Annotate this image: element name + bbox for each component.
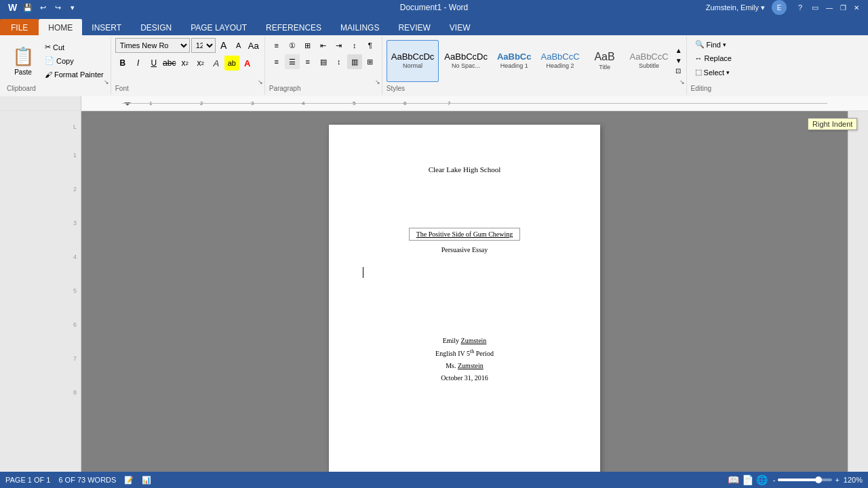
clear-formatting-button[interactable]: Aa	[247, 39, 260, 52]
font-shrink-button[interactable]: A	[232, 39, 245, 52]
zoom-percent[interactable]: 120%	[844, 476, 863, 484]
cut-button[interactable]: ✂ Cut	[42, 41, 106, 54]
paragraph-group: ≡ ① ⊞ ⇤ ⇥ ↕ ¶ ≡ ☰ ≡ ▤ ↕ ▥ ⊞ Paragraph ↘	[265, 37, 382, 95]
show-marks-button[interactable]: ¶	[363, 38, 378, 53]
format-painter-icon: 🖌	[45, 70, 52, 79]
format-painter-button[interactable]: 🖌 Format Painter	[42, 68, 106, 81]
font-size-select[interactable]: 12	[191, 38, 216, 53]
tab-insert[interactable]: INSERT	[82, 19, 131, 35]
superscript-button[interactable]: x2	[193, 56, 208, 70]
align-center-button[interactable]: ☰	[285, 54, 300, 69]
zoom-in-button[interactable]: +	[835, 476, 839, 484]
strikethrough-button[interactable]: abc	[162, 56, 177, 70]
styles-more[interactable]: ⊡	[675, 67, 682, 75]
window-title: Document1 - Word	[400, 3, 468, 12]
bullets-button[interactable]: ≡	[269, 38, 284, 53]
tab-design[interactable]: DESIGN	[131, 19, 181, 35]
find-button[interactable]: 🔍 Find ▾	[691, 38, 730, 51]
paste-button[interactable]: 📋 Paste	[7, 41, 39, 81]
minimize-button[interactable]: —	[823, 2, 835, 13]
underline-button[interactable]: U	[146, 56, 161, 70]
page[interactable]: Clear Lake High School The Positive Side…	[329, 125, 600, 472]
class-line: English IV 5th Period	[435, 347, 494, 360]
subscript-button[interactable]: x2	[178, 56, 193, 70]
style-no-space[interactable]: AaBbCcDc No Spac...	[440, 40, 492, 82]
bold-button[interactable]: B	[115, 56, 130, 70]
text-highlight-button[interactable]: ab	[224, 56, 239, 70]
borders-button[interactable]: ⊞	[363, 54, 378, 69]
undo-button[interactable]: ↩	[36, 1, 50, 14]
right-sidebar: Right Indent	[848, 111, 868, 472]
align-left-button[interactable]: ≡	[269, 54, 284, 69]
left-sidebar: L 1 2 3 4 5 6 7 8	[0, 111, 81, 472]
ribbon-display-button[interactable]: ▭	[808, 1, 822, 14]
multilevel-list-button[interactable]: ⊞	[300, 38, 315, 53]
sidebar-mark-l: L	[73, 123, 77, 130]
document-area[interactable]: Clear Lake High School The Positive Side…	[81, 111, 848, 472]
text-effects-button[interactable]: A	[209, 56, 224, 70]
zoom-out-button[interactable]: -	[773, 476, 776, 484]
tab-mailings[interactable]: MAILINGS	[331, 19, 389, 35]
save-button[interactable]: 💾	[21, 1, 35, 14]
tab-references[interactable]: REFERENCES	[256, 19, 331, 35]
decrease-indent-button[interactable]: ⇤	[316, 38, 331, 53]
increase-indent-button[interactable]: ⇥	[332, 38, 347, 53]
editing-group: 🔍 Find ▾ ↔ Replace ⬚ Select ▾ Editing	[687, 37, 740, 95]
styles-expand-icon[interactable]: ↘	[679, 79, 685, 85]
style-heading2[interactable]: AaBbCcC Heading 2	[536, 40, 583, 82]
word-count[interactable]: 6 OF 73 WORDS	[58, 476, 116, 484]
select-label: Select	[704, 68, 725, 77]
styles-scroll-down[interactable]: ▼	[675, 57, 682, 64]
author-info: Emily Zumstein English IV 5th Period Ms.…	[435, 335, 494, 384]
close-button[interactable]: ✕	[850, 2, 863, 13]
clipboard-expand-icon[interactable]: ↘	[104, 79, 109, 85]
customize-quick-access-button[interactable]: ▾	[66, 1, 79, 14]
sort-button[interactable]: ↕	[347, 38, 362, 53]
styles-scroll-buttons: ▲ ▼ ⊡	[675, 47, 682, 75]
page-info[interactable]: PAGE 1 OF 1	[5, 476, 50, 484]
replace-button[interactable]: ↔ Replace	[691, 52, 736, 64]
author-name-line: Emily Zumstein	[435, 335, 494, 347]
redo-button[interactable]: ↪	[51, 1, 64, 14]
justify-button[interactable]: ▤	[316, 54, 331, 69]
line-spacing-button[interactable]: ↕	[332, 54, 347, 69]
style-subtitle[interactable]: AaBbCcC Subtitle	[626, 40, 673, 82]
shading-button[interactable]: ▥	[347, 54, 362, 69]
italic-button[interactable]: I	[131, 56, 146, 70]
help-button[interactable]: ?	[793, 1, 807, 14]
font-expand-icon[interactable]: ↘	[258, 79, 263, 85]
copy-button[interactable]: 📄 Copy	[42, 54, 106, 67]
tab-view[interactable]: VIEW	[440, 19, 480, 35]
zoom-thumb[interactable]	[815, 476, 822, 483]
style-title[interactable]: AaB Title	[585, 40, 625, 82]
numbering-button[interactable]: ①	[285, 38, 300, 53]
font-grow-button[interactable]: A	[217, 39, 231, 52]
print-layout-button[interactable]: 📄	[742, 474, 753, 485]
language-icon[interactable]: 📝	[124, 476, 134, 485]
tab-review[interactable]: REVIEW	[389, 19, 439, 35]
ruler-mark-6: 6	[403, 100, 406, 106]
sidebar-mark-1: 1	[73, 152, 77, 159]
style-heading1[interactable]: AaBbCc Heading 1	[493, 40, 536, 82]
web-layout-button[interactable]: 🌐	[756, 474, 768, 485]
paragraph-expand-icon[interactable]: ↘	[375, 79, 380, 85]
style-normal[interactable]: AaBbCcDc Normal	[387, 40, 439, 82]
horizontal-ruler[interactable]: 1 2 3 4 5 6 7	[81, 96, 868, 110]
copy-label: Copy	[56, 57, 74, 65]
read-mode-button[interactable]: 📖	[728, 474, 739, 485]
user-avatar[interactable]: E	[772, 0, 787, 15]
ruler-mark-2: 2	[200, 100, 203, 106]
tab-file[interactable]: FILE	[0, 19, 39, 35]
track-changes-icon[interactable]: 📊	[142, 476, 151, 485]
ruler-area: 1 2 3 4 5 6 7	[0, 96, 868, 111]
align-right-button[interactable]: ≡	[300, 54, 315, 69]
tab-page-layout[interactable]: PAGE LAYOUT	[181, 19, 256, 35]
styles-scroll-up[interactable]: ▲	[675, 47, 682, 54]
font-color-button[interactable]: A	[240, 56, 255, 70]
font-name-select[interactable]: Times New Ro	[115, 38, 190, 53]
zoom-bar[interactable]	[778, 479, 832, 481]
restore-button[interactable]: ❐	[837, 2, 849, 13]
select-button[interactable]: ⬚ Select ▾	[691, 66, 734, 79]
right-indent-tooltip: Right Indent	[808, 118, 857, 130]
tab-home[interactable]: HOME	[39, 19, 82, 35]
